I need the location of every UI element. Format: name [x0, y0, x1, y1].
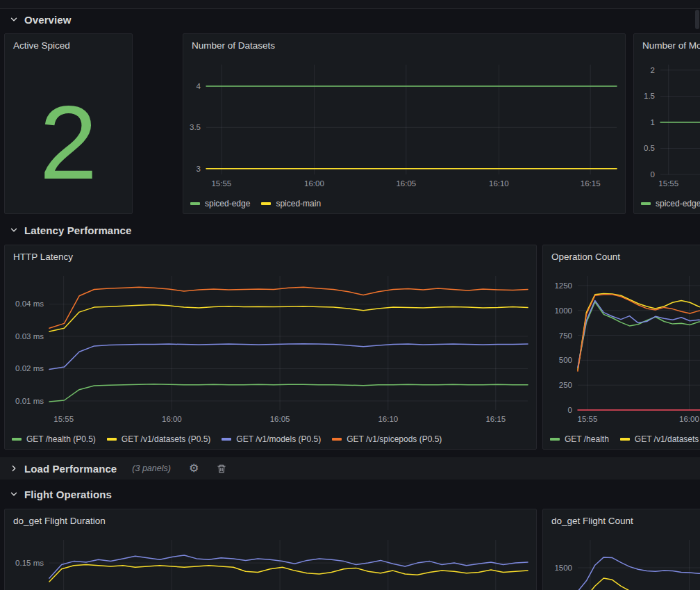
section-label-load-performance: Load Performance [24, 463, 117, 475]
svg-text:1250: 1250 [554, 281, 572, 290]
chart-legend: spiced-edgespiced-main [190, 199, 625, 208]
legend-label: spiced-edge [205, 199, 250, 208]
legend-swatch [107, 438, 117, 441]
legend-label: spiced-main [276, 199, 321, 208]
chevron-down-icon [9, 225, 19, 235]
panel-do-get-flight-duration: do_get Flight Duration 15:5516:0016:0516… [4, 509, 537, 590]
stat-value: 2 [5, 72, 132, 213]
dashboard-top-strip [0, 0, 700, 9]
section-label-overview: Overview [24, 14, 72, 26]
models-chart[interactable]: 15:5500.511.52 [634, 58, 700, 213]
svg-text:16:15: 16:15 [485, 415, 506, 423]
svg-text:250: 250 [559, 381, 572, 389]
svg-text:0.02 ms: 0.02 ms [15, 364, 44, 372]
svg-text:15:55: 15:55 [578, 415, 598, 423]
datasets-chart[interactable]: 15:5516:0016:0516:1016:1533.54 [183, 58, 625, 213]
panel-operation-count: Operation Count 15:5516:0002505007501000… [542, 245, 700, 450]
legend-swatch [190, 202, 200, 205]
svg-text:15:55: 15:55 [211, 179, 231, 188]
operation-count-chart[interactable]: 15:5516:00025050075010001250 [543, 269, 700, 449]
legend-swatch [222, 438, 231, 441]
section-label-flight-operations: Flight Operations [24, 489, 112, 500]
section-row-flight-operations[interactable]: Flight Operations [0, 484, 700, 505]
legend-swatch [261, 202, 271, 205]
svg-text:16:00: 16:00 [304, 179, 324, 188]
gear-icon[interactable]: ⚙ [189, 463, 199, 474]
chevron-right-icon [9, 464, 19, 473]
section-label-latency-performance: Latency Performance [24, 224, 131, 236]
legend-label: GET /health (P0.5) [26, 434, 96, 444]
panel-do-get-flight-count: do_get Flight Count 15:5516:001500 [542, 509, 700, 590]
svg-text:0.5: 0.5 [644, 144, 655, 152]
section-row-overview[interactable]: Overview [0, 9, 700, 30]
panel-http-latency: HTTP Latency 15:5516:0016:0516:1016:150.… [4, 245, 537, 450]
legend-item[interactable]: GET /health [550, 434, 609, 444]
legend-label: GET /v1/spicepods (P0.5) [347, 434, 442, 444]
svg-text:0: 0 [568, 406, 572, 414]
svg-text:0.15 ms: 0.15 ms [15, 559, 44, 567]
svg-text:1500: 1500 [554, 564, 572, 572]
svg-text:16:10: 16:10 [489, 179, 509, 188]
legend-item[interactable]: spiced-main [261, 199, 321, 208]
svg-text:0: 0 [651, 170, 655, 179]
flight-duration-chart[interactable]: 15:5516:0016:0516:1016:150.15 ms [5, 533, 536, 590]
panel-title-http-latency[interactable]: HTTP Latency [13, 252, 73, 262]
legend-swatch [332, 438, 342, 441]
trash-icon[interactable] [217, 464, 226, 474]
legend-item[interactable]: GET /v1/datasets (P0.5) [107, 434, 211, 444]
legend-label: GET /v1/datasets [635, 434, 699, 444]
svg-text:0.03 ms: 0.03 ms [15, 332, 44, 341]
panel-title-do-get-flight-count[interactable]: do_get Flight Count [551, 516, 633, 526]
chart-legend: spiced-edge [641, 199, 700, 208]
legend-label: GET /health [565, 434, 609, 444]
svg-text:3.5: 3.5 [190, 123, 201, 131]
svg-text:16:00: 16:00 [679, 415, 699, 423]
svg-text:4: 4 [197, 82, 201, 90]
svg-text:16:05: 16:05 [270, 415, 290, 423]
legend-label: spiced-edge [656, 199, 700, 208]
svg-text:16:05: 16:05 [396, 179, 416, 188]
legend-swatch [641, 202, 651, 205]
svg-text:16:10: 16:10 [378, 415, 398, 423]
chart-legend: GET /healthGET /v1/datasetsGET /v1/model… [550, 434, 700, 444]
legend-item[interactable]: spiced-edge [641, 199, 700, 208]
svg-text:2: 2 [651, 66, 655, 74]
panel-title-number-of-models[interactable]: Number of Models [642, 40, 700, 51]
svg-text:750: 750 [559, 331, 572, 340]
svg-text:3: 3 [197, 165, 201, 173]
legend-item[interactable]: GET /v1/models (P0.5) [222, 434, 321, 444]
svg-text:16:15: 16:15 [581, 179, 601, 188]
chevron-down-icon [9, 15, 19, 24]
flight-count-chart[interactable]: 15:5516:001500 [543, 533, 700, 590]
legend-item[interactable]: spiced-edge [190, 199, 250, 208]
section-row-latency-performance[interactable]: Latency Performance [0, 220, 700, 240]
legend-swatch [620, 438, 630, 441]
legend-swatch [550, 438, 560, 441]
panel-title-operation-count[interactable]: Operation Count [551, 252, 620, 262]
svg-text:1: 1 [651, 118, 655, 126]
svg-text:1.5: 1.5 [644, 92, 655, 100]
section-row-load-performance[interactable]: Load Performance (3 panels) ⚙ [0, 457, 700, 480]
panel-title-do-get-flight-duration[interactable]: do_get Flight Duration [13, 516, 106, 526]
row-panel-count: (3 panels) [132, 464, 171, 473]
panel-title-active-spiced[interactable]: Active Spiced [13, 40, 70, 51]
svg-text:0.04 ms: 0.04 ms [15, 300, 44, 308]
svg-text:15:55: 15:55 [658, 179, 678, 188]
panel-active-spiced: Active Spiced 2 [4, 33, 133, 214]
chevron-down-icon [9, 489, 19, 499]
legend-swatch [12, 438, 22, 441]
svg-text:16:00: 16:00 [162, 415, 182, 423]
http-latency-chart[interactable]: 15:5516:0016:0516:1016:150.01 ms0.02 ms0… [5, 269, 536, 449]
panel-number-of-datasets: Number of Datasets 15:5516:0016:0516:101… [183, 33, 626, 214]
panel-number-of-models: Number of Models 15:5500.511.52 spiced-e… [633, 33, 700, 214]
legend-label: GET /v1/datasets (P0.5) [122, 434, 211, 444]
svg-text:500: 500 [559, 356, 572, 364]
legend-item[interactable]: GET /v1/spicepods (P0.5) [332, 434, 442, 444]
svg-text:1000: 1000 [554, 306, 572, 315]
svg-text:15:55: 15:55 [53, 415, 74, 423]
legend-label: GET /v1/models (P0.5) [236, 434, 321, 444]
panel-title-number-of-datasets[interactable]: Number of Datasets [192, 40, 275, 51]
svg-text:0.01 ms: 0.01 ms [15, 397, 44, 405]
legend-item[interactable]: GET /health (P0.5) [12, 434, 96, 444]
legend-item[interactable]: GET /v1/datasets [620, 434, 699, 444]
